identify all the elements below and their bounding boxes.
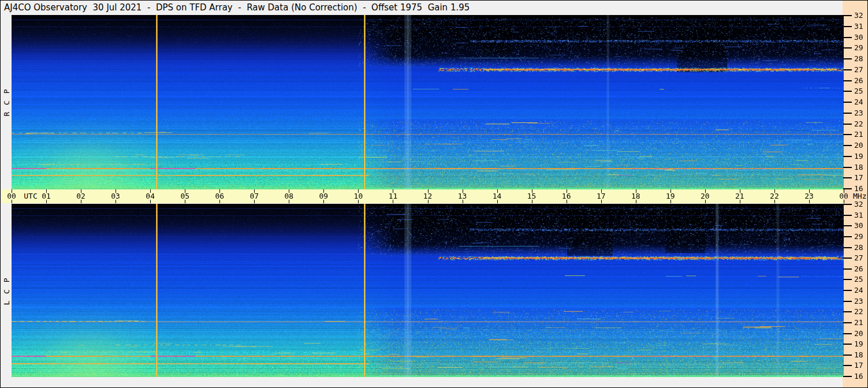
dps-spectrogram-window: AJ4CO Observatory 30 Jul 2021 - DPS on T…: [0, 0, 868, 388]
rcp-spectrogram-canvas: [12, 15, 844, 189]
utc-unit-label: UTC: [24, 192, 37, 200]
lcp-spectrogram-canvas: [12, 204, 844, 377]
page-title: AJ4CO Observatory 30 Jul 2021 - DPS on T…: [4, 2, 470, 13]
time-axis-strip: [2, 189, 843, 203]
lcp-polarization-label: L C P: [2, 277, 11, 305]
rcp-polarization-label: R C P: [2, 88, 11, 116]
mhz-unit-label: MHz: [853, 192, 866, 200]
